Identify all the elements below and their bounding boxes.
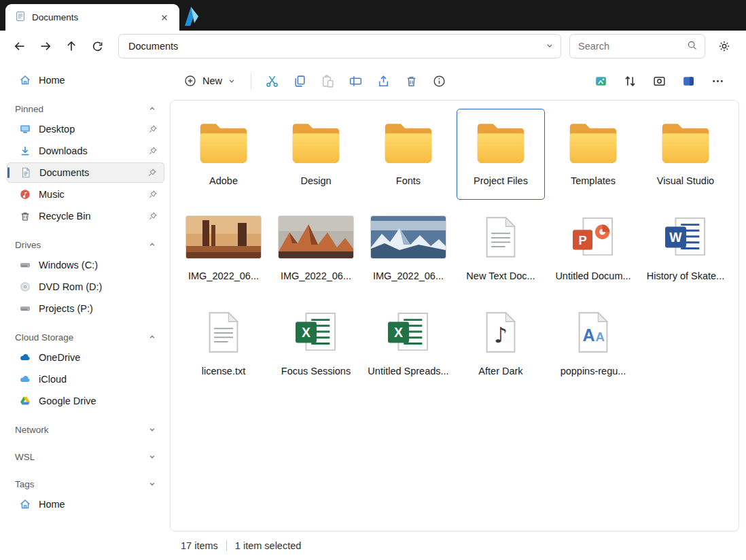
file-item-history-of-skate[interactable]: WHistory of Skate... <box>641 204 730 295</box>
refresh-icon <box>91 40 104 53</box>
delete-button[interactable] <box>399 69 423 93</box>
file-item-img-2022-06[interactable]: IMG_2022_06... <box>272 204 360 295</box>
sidebar-item-recycle-bin[interactable]: Recycle Bin <box>7 206 164 226</box>
fontfile-icon: AA <box>575 304 611 361</box>
sidebar-item-icloud[interactable]: iCloud <box>7 369 164 389</box>
file-view-card: AdobeDesignFontsProject FilesTemplatesVi… <box>170 100 739 531</box>
file-item-after-dark[interactable]: ♪After Dark <box>457 299 545 390</box>
preview-button[interactable] <box>647 69 671 93</box>
file-item-untitled-docum[interactable]: PUntitled Docum... <box>549 204 637 295</box>
excel-icon: X <box>294 304 338 361</box>
section-label: Tags <box>15 479 35 489</box>
file-item-project-files[interactable]: Project Files <box>457 109 545 200</box>
explorer-tab[interactable]: Documents <box>5 4 179 31</box>
sidebar-section-wsl[interactable]: WSL <box>7 448 164 466</box>
sidebar: HomePinnedDesktopDownloadsDocumentsMusic… <box>0 62 170 560</box>
tab-title: Documents <box>32 12 78 22</box>
info-button[interactable] <box>427 69 451 93</box>
address-text: Documents <box>128 41 178 52</box>
forward-button[interactable] <box>34 35 57 58</box>
delete-icon <box>404 74 419 88</box>
sidebar-list: HomePinnedDesktopDownloadsDocumentsMusic… <box>7 70 164 514</box>
file-item-adobe[interactable]: Adobe <box>179 109 268 200</box>
rename-button[interactable] <box>343 69 368 93</box>
sidebar-item-documents[interactable]: Documents <box>7 162 164 183</box>
chevron-up-icon <box>148 333 156 341</box>
sidebar-section-cloud-storage[interactable]: Cloud Storage <box>7 328 164 346</box>
sort-button[interactable] <box>618 69 642 93</box>
sidebar-section-network[interactable]: Network <box>7 421 164 438</box>
file-item-untitled-spreads[interactable]: XUntitled Spreads... <box>364 299 452 390</box>
rename-icon <box>349 74 363 88</box>
home-icon <box>19 498 31 510</box>
file-item-img-2022-06[interactable]: IMG_2022_06... <box>179 204 268 295</box>
navigation-bar: Documents <box>0 31 746 62</box>
more-button[interactable] <box>705 69 730 93</box>
section-label: Cloud Storage <box>15 332 73 343</box>
view-layout-button[interactable] <box>588 69 613 93</box>
commandbar-left-icons <box>260 69 451 93</box>
copy-button[interactable] <box>287 69 312 93</box>
settings-button[interactable] <box>712 35 736 58</box>
file-item-img-2022-06[interactable]: IMG_2022_06... <box>364 204 452 295</box>
svg-text:P: P <box>578 233 586 247</box>
paste-icon <box>321 74 335 88</box>
address-bar[interactable]: Documents <box>118 34 561 58</box>
gdrive-icon <box>19 395 31 407</box>
sidebar-section-drives[interactable]: Drives <box>7 236 164 253</box>
svg-text:X: X <box>394 325 403 340</box>
file-item-new-text-doc[interactable]: New Text Doc... <box>457 204 545 295</box>
cut-button[interactable] <box>260 69 284 93</box>
selection-count: 1 item selected <box>235 540 302 551</box>
sidebar-item-desktop[interactable]: Desktop <box>7 119 164 139</box>
pin-icon <box>148 146 158 156</box>
file-item-visual-studio[interactable]: Visual Studio <box>641 109 730 200</box>
command-bar: New <box>170 62 739 100</box>
sidebar-item-home[interactable]: Home <box>7 494 164 514</box>
textdoc-icon <box>206 304 241 361</box>
chevron-down-icon[interactable] <box>546 41 554 52</box>
file-item-design[interactable]: Design <box>272 109 360 200</box>
sidebar-item-windows-c[interactable]: Windows (C:) <box>7 255 164 275</box>
share-icon <box>376 74 391 88</box>
sidebar-item-projects-p[interactable]: Projects (P:) <box>7 298 164 319</box>
new-button-label: New <box>202 75 222 86</box>
search-input[interactable] <box>578 41 673 52</box>
sidebar-item-downloads[interactable]: Downloads <box>7 141 164 161</box>
pin-icon <box>148 211 158 221</box>
sidebar-item-google-drive[interactable]: Google Drive <box>7 391 164 411</box>
sidebar-item-label: Music <box>39 189 65 200</box>
details-pane-button[interactable] <box>676 69 700 93</box>
refresh-button[interactable] <box>86 35 109 58</box>
paste-button[interactable] <box>315 69 340 93</box>
chevron-down-icon <box>148 425 156 434</box>
file-item-fonts[interactable]: Fonts <box>364 109 452 200</box>
document-tab-icon <box>15 11 26 24</box>
file-item-license-txt[interactable]: license.txt <box>179 299 268 390</box>
svg-text:♪: ♪ <box>494 323 508 347</box>
close-tab-button[interactable] <box>156 10 173 26</box>
sidebar-item-dvd-rom-d[interactable]: DVD Rom (D:) <box>7 277 164 297</box>
share-button[interactable] <box>371 69 395 93</box>
file-item-templates[interactable]: Templates <box>549 109 637 200</box>
drive-icon <box>19 259 31 271</box>
folder-icon <box>659 113 712 171</box>
file-label: Untitled Spreads... <box>368 366 448 377</box>
chevron-down-icon <box>228 77 236 85</box>
file-item-poppins-regu[interactable]: AApoppins-regu... <box>549 299 637 390</box>
new-button[interactable]: New <box>177 69 243 93</box>
view-layout-icon <box>594 74 608 88</box>
file-item-focus-sessions[interactable]: XFocus Sessions <box>272 299 360 390</box>
search-box[interactable] <box>569 34 705 58</box>
file-label: poppins-regu... <box>561 366 626 377</box>
sidebar-section-tags[interactable]: Tags <box>7 475 164 493</box>
sidebar-section-pinned[interactable]: Pinned <box>7 100 164 118</box>
up-button[interactable] <box>60 35 83 58</box>
file-grid: AdobeDesignFontsProject FilesTemplatesVi… <box>171 101 739 398</box>
sidebar-item-onedrive[interactable]: OneDrive <box>7 347 164 368</box>
file-label: Design <box>300 175 331 186</box>
sidebar-item-music[interactable]: Music <box>7 184 164 205</box>
sidebar-item-home[interactable]: Home <box>7 70 164 90</box>
section-label: Network <box>15 425 49 435</box>
back-button[interactable] <box>8 35 31 58</box>
